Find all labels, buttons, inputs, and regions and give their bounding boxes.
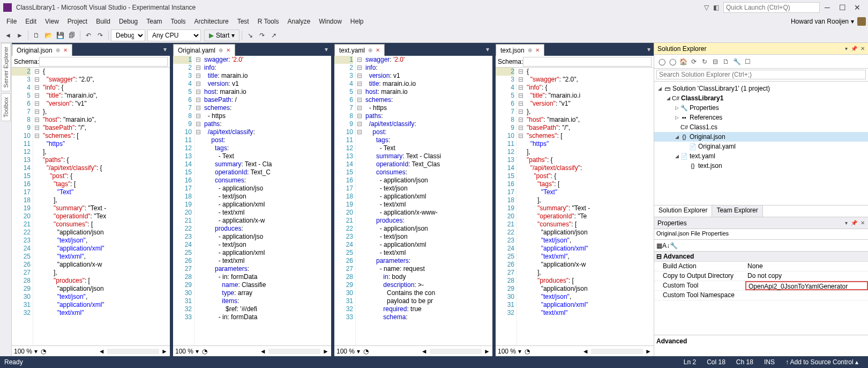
pin-icon[interactable]: ⊕ (528, 47, 532, 53)
pin-icon[interactable]: ⊕ (219, 47, 223, 53)
property-pages-icon[interactable]: 🔧 (670, 242, 678, 249)
nav-fwd-icon[interactable]: ► (14, 30, 26, 41)
editor-tab[interactable]: Original.yaml⊕✕ (173, 44, 235, 56)
fwd-icon[interactable]: ◯ (667, 58, 678, 65)
schema-select[interactable] (39, 57, 168, 67)
tab-overflow-icon[interactable]: ▾ (483, 46, 492, 53)
code-editor[interactable]: 2345678910111213141516171819202122232425… (496, 68, 654, 345)
properties-icon[interactable]: 🔧 (731, 58, 742, 65)
collapse-all-icon[interactable]: ⊟ (710, 58, 721, 65)
step-out-icon[interactable]: ↗ (268, 30, 280, 41)
expand-icon[interactable]: ◢ (665, 95, 671, 101)
minimize-button[interactable]: ─ (820, 3, 835, 12)
add-to-source-control[interactable]: ↑ Add to Source Control ▴ (785, 358, 858, 366)
zoom-level[interactable]: 100 % (498, 348, 516, 355)
refresh-icon[interactable]: ↻ (699, 58, 710, 65)
home-icon[interactable]: 🏠 (678, 58, 689, 65)
code-editor[interactable]: 2345678910111213141516171819202122232425… (12, 68, 170, 345)
solution-platform-select[interactable]: Any CPU (147, 30, 201, 41)
tree-node[interactable]: ▷🔧Properties (654, 103, 868, 113)
categorized-icon[interactable]: ▦ (656, 242, 662, 249)
zoom-level[interactable]: 100 % (336, 348, 355, 355)
feedback-icon[interactable]: ◧ (713, 4, 719, 11)
property-row[interactable]: Custom Tool Namespace (654, 291, 868, 300)
close-tab-icon[interactable]: ✕ (63, 47, 68, 53)
toolbox-tab[interactable]: Toolbox (1, 93, 11, 121)
signed-in-user[interactable]: Howard van Rooijen (791, 18, 849, 25)
tree-node[interactable]: ◢C#ClassLibrary1 (654, 93, 868, 103)
property-value[interactable] (745, 291, 868, 300)
code-editor[interactable]: 1234567891011121314151617181920212223242… (334, 56, 492, 345)
close-button[interactable]: ✕ (850, 3, 865, 12)
close-tab-icon[interactable]: ✕ (226, 47, 230, 53)
code-editor[interactable]: 1234567891011121314151617181920212223242… (173, 56, 331, 345)
auto-hide-icon[interactable]: 📌 (851, 46, 857, 51)
quick-launch-input[interactable] (723, 2, 820, 13)
menu-architecture[interactable]: Architecture (190, 17, 233, 26)
step-into-icon[interactable]: ↘ (244, 30, 256, 41)
expand-icon[interactable]: ◢ (674, 153, 680, 159)
pin-icon[interactable]: ⊕ (368, 47, 372, 53)
menu-file[interactable]: File (2, 17, 21, 26)
alphabetical-icon[interactable]: A↓ (662, 242, 670, 249)
property-row[interactable]: Custom ToolOpenApi2_0JsonToYamlGenerator (654, 281, 868, 291)
sync-icon[interactable]: ⟳ (689, 58, 699, 65)
new-project-icon[interactable]: 🗋 (31, 30, 42, 41)
nav-back-icon[interactable]: ◄ (2, 30, 14, 41)
menu-help[interactable]: Help (346, 17, 368, 26)
close-pane-icon[interactable]: ✕ (860, 46, 865, 51)
menu-window[interactable]: Window (315, 17, 346, 26)
menu-view[interactable]: View (41, 17, 63, 26)
window-position-icon[interactable]: ▾ (845, 46, 848, 51)
notifications-icon[interactable]: ▽ (704, 4, 709, 11)
menu-tools[interactable]: Tools (167, 17, 190, 26)
tab-overflow-icon[interactable]: ▾ (644, 46, 654, 53)
editor-tab[interactable]: text.yaml⊕✕ (334, 44, 385, 56)
expand-icon[interactable]: ▷ (674, 115, 680, 120)
tree-node[interactable]: 📄Original.yaml (654, 142, 868, 151)
expand-icon[interactable]: ◢ (656, 86, 663, 91)
property-row[interactable]: Build ActionNone (654, 262, 868, 271)
pin-icon[interactable]: ⊕ (56, 47, 60, 53)
start-debug-button[interactable]: ▶ Start▾ (204, 30, 240, 41)
menu-project[interactable]: Project (63, 17, 92, 26)
menu-edit[interactable]: Edit (21, 17, 41, 26)
redo-icon[interactable]: ↷ (94, 30, 106, 41)
editor-tab[interactable]: Original.json⊕✕ (12, 44, 72, 56)
solution-explorer-tab[interactable]: Solution Explorer (654, 205, 712, 217)
tree-node[interactable]: C#Class1.cs (654, 122, 868, 132)
show-all-icon[interactable]: 🗋 (721, 58, 731, 65)
menu-analyze[interactable]: Analyze (283, 17, 315, 26)
solution-explorer-search[interactable] (656, 70, 866, 79)
menu-test[interactable]: Test (233, 17, 253, 26)
tree-node[interactable]: ◢🗃Solution 'ClassLibrary1' (1 project) (654, 84, 868, 93)
back-icon[interactable]: ◯ (656, 58, 667, 65)
step-over-icon[interactable]: ↷ (256, 30, 268, 41)
menu-debug[interactable]: Debug (115, 17, 142, 26)
editor-tab[interactable]: text.json⊕✕ (496, 44, 544, 56)
undo-icon[interactable]: ↶ (83, 30, 94, 41)
menu-r-tools[interactable]: R Tools (253, 17, 283, 26)
property-category[interactable]: ⊟ Advanced (654, 252, 868, 262)
tree-node[interactable]: ◢{}Original.json (654, 132, 868, 142)
tab-overflow-icon[interactable]: ▾ (321, 46, 331, 53)
expand-icon[interactable]: ◢ (674, 134, 680, 139)
window-position-icon[interactable]: ▾ (845, 220, 848, 226)
close-pane-icon[interactable]: ✕ (860, 220, 865, 226)
tree-node[interactable]: ◢📄text.yaml (654, 151, 868, 161)
zoom-level[interactable]: 100 % (175, 348, 193, 355)
tree-node[interactable]: ▷▪▪References (654, 113, 868, 122)
property-value[interactable]: Do not copy (745, 271, 868, 281)
team-explorer-tab[interactable]: Team Explorer (712, 205, 762, 217)
close-tab-icon[interactable]: ✕ (535, 47, 540, 53)
tree-node[interactable]: {}text.json (654, 161, 868, 171)
zoom-level[interactable]: 100 % (14, 348, 32, 355)
open-file-icon[interactable]: 📂 (42, 30, 54, 41)
save-all-icon[interactable]: 🗐 (66, 30, 78, 41)
tab-overflow-icon[interactable]: ▾ (160, 46, 170, 53)
preview-icon[interactable]: ☐ (742, 58, 753, 65)
property-value[interactable]: OpenApi2_0JsonToYamlGenerator (745, 281, 868, 290)
auto-hide-icon[interactable]: 📌 (851, 220, 857, 226)
schema-select[interactable] (523, 57, 652, 67)
property-row[interactable]: Copy to Output DirectoryDo not copy (654, 271, 868, 281)
